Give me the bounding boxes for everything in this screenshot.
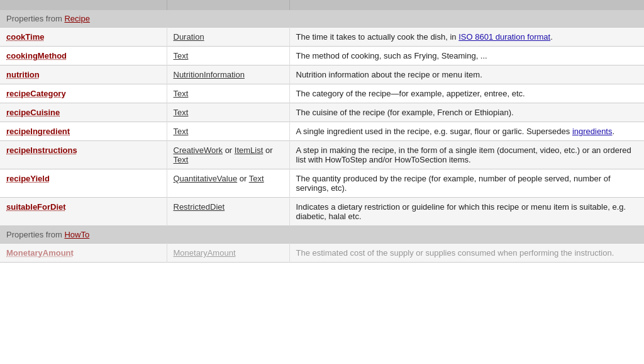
type-link[interactable]: Text [174,127,189,136]
description-cell: Nutrition information about the recipe o… [289,65,644,84]
property-name[interactable]: recipeCategory [6,89,66,98]
desc-text: The estimated cost of the supply or supp… [296,248,614,258]
property-cell: nutrition [0,65,167,84]
desc-text: The category of the recipe—for example, … [296,89,525,98]
desc-text: The method of cooking, such as Frying, S… [296,51,487,60]
type-separator: or [263,145,272,155]
property-name[interactable]: MonetaryAmount [6,248,74,258]
property-cell: recipeCategory [0,84,167,103]
type-cell: NutritionInformation [167,65,289,84]
section-link[interactable]: Recipe [64,14,89,23]
type-cell: CreativeWork or ItemList or Text [167,141,289,169]
description-cell: The category of the recipe—for example, … [289,84,644,103]
type-link[interactable]: Text [174,51,189,60]
type-link[interactable]: Text [249,174,264,183]
desc-text: A step in making the recipe, in the form… [296,145,631,164]
type-cell: Text [167,122,289,141]
property-name[interactable]: recipeYield [6,174,50,183]
type-cell: RestrictedDiet [167,198,289,226]
description-cell: The cuisine of the recipe (for example, … [289,103,644,122]
main-table-container: Properties from RecipecookTimeDurationTh… [0,0,644,263]
type-link[interactable]: Duration [174,32,204,42]
section-header-row: Properties from HowTo [0,226,644,244]
type-link[interactable]: Text [174,108,189,117]
property-cell: cookTime [0,28,167,47]
desc-text: The cuisine of the recipe (for example, … [296,108,514,117]
property-name[interactable]: recipeCuisine [6,108,60,117]
property-cell: recipeInstructions [0,141,167,169]
property-cell: recipeCuisine [0,103,167,122]
property-cell: recipeIngredient [0,122,167,141]
type-link[interactable]: Text [174,89,189,98]
description-cell: The estimated cost of the supply or supp… [289,244,644,263]
description-cell: A step in making the recipe, in the form… [289,141,644,169]
property-name[interactable]: suitableForDiet [6,202,66,212]
desc-link[interactable]: ingredients [572,127,613,136]
desc-text: A single ingredient used in the recipe, … [296,127,615,136]
property-cell: suitableForDiet [0,198,167,226]
type-link[interactable]: Text [174,155,189,164]
property-name[interactable]: cookingMethod [6,51,67,60]
header-description [289,0,644,10]
desc-text: Nutrition information about the recipe o… [296,70,482,79]
type-link[interactable]: ItemList [235,145,264,155]
section-header-row: Properties from Recipe [0,10,644,28]
type-separator: or [223,145,235,155]
description-cell: A single ingredient used in the recipe, … [289,122,644,141]
description-cell: The quantity produced by the recipe (for… [289,169,644,198]
property-name[interactable]: recipeIngredient [6,127,70,136]
type-link[interactable]: CreativeWork [174,145,223,155]
property-cell: cookingMethod [0,47,167,65]
type-cell: Text [167,103,289,122]
property-name[interactable]: recipeInstructions [6,145,77,155]
property-cell: MonetaryAmount [0,244,167,263]
section-label: Properties from [6,14,64,23]
type-link[interactable]: NutritionInformation [174,70,245,79]
header-property [0,0,167,10]
property-name[interactable]: nutrition [6,70,40,79]
properties-table: Properties from RecipecookTimeDurationTh… [0,0,644,263]
type-link[interactable]: MonetaryAmount [174,248,236,258]
desc-text: The quantity produced by the recipe (for… [296,174,611,193]
description-cell: The method of cooking, such as Frying, S… [289,47,644,65]
section-label: Properties from [6,230,64,239]
property-cell: recipeYield [0,169,167,198]
type-link[interactable]: QuantitativeValue [174,174,238,183]
type-cell: Duration [167,28,289,47]
header-expected-type [167,0,289,10]
type-cell: MonetaryAmount [167,244,289,263]
type-cell: QuantitativeValue or Text [167,169,289,198]
type-cell: Text [167,47,289,65]
property-name[interactable]: cookTime [6,32,44,42]
type-link[interactable]: RestrictedDiet [174,202,225,212]
type-cell: Text [167,84,289,103]
section-link[interactable]: HowTo [64,230,89,239]
description-cell: The time it takes to actually cook the d… [289,28,644,47]
description-cell: Indicates a dietary restriction or guide… [289,198,644,226]
type-separator: or [237,174,249,183]
desc-text: Indicates a dietary restriction or guide… [296,202,626,221]
desc-link[interactable]: ISO 8601 duration format [458,32,550,42]
desc-text: The time it takes to actually cook the d… [296,32,553,42]
